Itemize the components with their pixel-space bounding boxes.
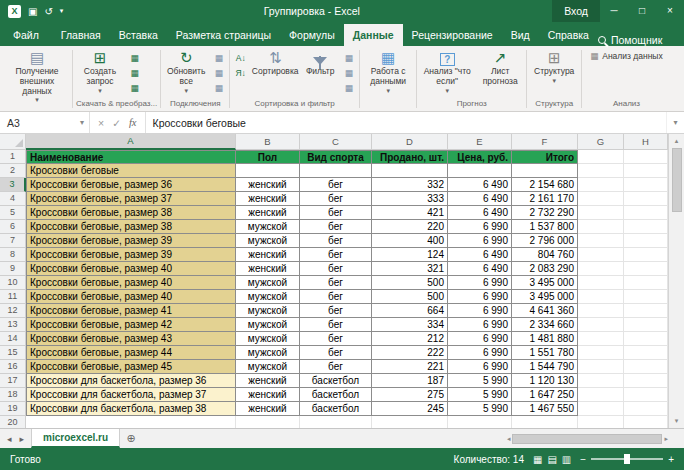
filter-button[interactable]: Фильтр <box>301 48 339 78</box>
tab-home[interactable]: Главная <box>52 24 110 46</box>
cell-H3[interactable] <box>624 178 668 192</box>
cell-F20[interactable] <box>512 416 578 428</box>
row-header-9[interactable]: 9 <box>0 262 26 276</box>
prev-sheet-icon[interactable]: ◂ <box>7 434 12 444</box>
cell-G17[interactable] <box>578 374 624 388</box>
cell-G13[interactable] <box>578 318 624 332</box>
properties-icon[interactable]: ▦ <box>210 66 227 79</box>
add-sheet-icon[interactable]: ⊕ <box>120 429 142 448</box>
cell-D8[interactable]: 124 <box>372 248 448 262</box>
row-header-4[interactable]: 4 <box>0 192 26 206</box>
cell-E1[interactable]: Цена, руб. <box>448 150 512 164</box>
from-table-icon[interactable]: ▦ <box>126 66 143 79</box>
cell-E20[interactable] <box>448 416 512 428</box>
cell-E17[interactable]: 5 990 <box>448 374 512 388</box>
cell-E5[interactable]: 6 490 <box>448 206 512 220</box>
cell-F7[interactable]: 2 796 000 <box>512 234 578 248</box>
tab-help[interactable]: Справка <box>539 24 598 46</box>
cell-D1[interactable]: Продано, шт. <box>372 150 448 164</box>
cell-F17[interactable]: 1 120 130 <box>512 374 578 388</box>
cell-C17[interactable]: баскетбол <box>300 374 372 388</box>
new-query-button[interactable]: ⊞ Создать запрос ▾ <box>75 48 125 95</box>
cell-C12[interactable]: бег <box>300 304 372 318</box>
cell-H11[interactable] <box>624 290 668 304</box>
cell-C16[interactable]: бег <box>300 360 372 374</box>
cell-F15[interactable]: 1 551 780 <box>512 346 578 360</box>
row-header-11[interactable]: 11 <box>0 290 26 304</box>
column-header-B[interactable]: B <box>236 134 300 150</box>
cell-B1[interactable]: Пол <box>236 150 300 164</box>
cell-B12[interactable]: мужской <box>236 304 300 318</box>
zoom-in-icon[interactable]: + <box>668 454 674 465</box>
cell-H10[interactable] <box>624 276 668 290</box>
column-header-D[interactable]: D <box>372 134 448 150</box>
row-header-19[interactable]: 19 <box>0 402 26 416</box>
cell-E13[interactable]: 6 990 <box>448 318 512 332</box>
tab-data[interactable]: Данные <box>344 24 403 46</box>
cell-F9[interactable]: 2 083 290 <box>512 262 578 276</box>
formula-bar-expand-icon[interactable]: ▾ <box>666 112 684 133</box>
cell-B14[interactable]: мужской <box>236 332 300 346</box>
undo-icon[interactable]: ↺ <box>44 6 52 17</box>
row-header-6[interactable]: 6 <box>0 220 26 234</box>
outline-button[interactable]: ⊞ Структура ▾ <box>529 48 579 85</box>
tab-review[interactable]: Рецензирование <box>403 24 502 46</box>
edit-links-icon[interactable]: ▦ <box>210 81 227 94</box>
cell-B8[interactable]: женский <box>236 248 300 262</box>
row-header-12[interactable]: 12 <box>0 304 26 318</box>
cell-D6[interactable]: 220 <box>372 220 448 234</box>
cell-H12[interactable] <box>624 304 668 318</box>
advanced-filter-icon[interactable]: ▦ <box>340 81 357 94</box>
view-page-break-icon[interactable]: ▥ <box>562 454 571 465</box>
cell-C10[interactable]: бег <box>300 276 372 290</box>
scroll-down-icon[interactable]: ▾ <box>675 414 679 428</box>
row-header-3[interactable]: 3 <box>0 178 26 192</box>
vertical-scrollbar[interactable]: ▴ ▾ <box>668 134 684 428</box>
cell-D19[interactable]: 245 <box>372 402 448 416</box>
what-if-button[interactable]: ? Анализ "что если" ▾ <box>419 48 475 95</box>
cell-E14[interactable]: 6 990 <box>448 332 512 346</box>
sort-az-icon[interactable]: А↓ <box>232 51 249 64</box>
cell-D18[interactable]: 275 <box>372 388 448 402</box>
cell-H1[interactable] <box>624 150 668 164</box>
analysis-tools-button[interactable]: ▦ Анализ данных <box>584 48 669 64</box>
cell-B4[interactable]: женский <box>236 192 300 206</box>
cell-C5[interactable]: бег <box>300 206 372 220</box>
row-header-16[interactable]: 16 <box>0 360 26 374</box>
cell-F14[interactable]: 1 481 880 <box>512 332 578 346</box>
cell-B7[interactable]: мужской <box>236 234 300 248</box>
cell-C1[interactable]: Вид спорта <box>300 150 372 164</box>
cell-C19[interactable]: баскетбол <box>300 402 372 416</box>
reapply-filter-icon[interactable]: ▦ <box>340 66 357 79</box>
cell-D9[interactable]: 321 <box>372 262 448 276</box>
cell-D14[interactable]: 212 <box>372 332 448 346</box>
cell-C13[interactable]: бег <box>300 318 372 332</box>
cell-E3[interactable]: 6 490 <box>448 178 512 192</box>
cell-F13[interactable]: 2 334 660 <box>512 318 578 332</box>
cell-B9[interactable]: женский <box>236 262 300 276</box>
cell-F12[interactable]: 4 641 360 <box>512 304 578 318</box>
cell-C3[interactable]: бег <box>300 178 372 192</box>
cell-B10[interactable]: мужской <box>236 276 300 290</box>
cell-H4[interactable] <box>624 192 668 206</box>
forecast-sheet-button[interactable]: ↗ Лист прогноза <box>476 48 524 88</box>
cell-D7[interactable]: 400 <box>372 234 448 248</box>
scroll-left-icon[interactable]: ◂ <box>507 435 511 443</box>
tab-file[interactable]: Файл <box>0 24 52 46</box>
cell-F8[interactable]: 804 760 <box>512 248 578 262</box>
cell-G6[interactable] <box>578 220 624 234</box>
row-header-17[interactable]: 17 <box>0 374 26 388</box>
cell-G7[interactable] <box>578 234 624 248</box>
scroll-up-icon[interactable]: ▴ <box>675 134 679 148</box>
cell-E15[interactable]: 6 990 <box>448 346 512 360</box>
cell-F1[interactable]: Итого <box>512 150 578 164</box>
column-header-C[interactable]: C <box>300 134 372 150</box>
cell-B13[interactable]: мужской <box>236 318 300 332</box>
cell-G8[interactable] <box>578 248 624 262</box>
cell-G14[interactable] <box>578 332 624 346</box>
tab-page-layout[interactable]: Разметка страницы <box>167 24 280 46</box>
qat-customize-caret-icon[interactable]: ▾ <box>60 7 64 15</box>
cell-F16[interactable]: 1 544 790 <box>512 360 578 374</box>
row-header-14[interactable]: 14 <box>0 332 26 346</box>
cell-H16[interactable] <box>624 360 668 374</box>
